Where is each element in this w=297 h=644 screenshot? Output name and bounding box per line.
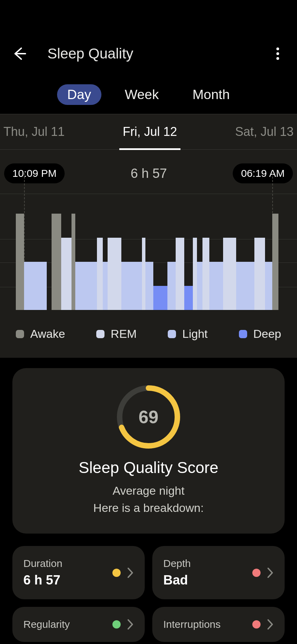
chevron-right-icon <box>127 619 134 630</box>
score-card[interactable]: 69 Sleep Quality Score Average night Her… <box>12 368 285 534</box>
tile-interruptions[interactable]: Interruptions <box>152 607 285 642</box>
status-dot-icon <box>112 620 121 629</box>
tile-regularity-label: Regularity <box>23 619 70 630</box>
tab-month[interactable]: Month <box>182 84 240 105</box>
status-dot-icon <box>252 569 261 577</box>
tile-interruptions-label: Interruptions <box>163 619 221 630</box>
status-dot-icon <box>112 569 121 577</box>
range-tabs: Day Week Month <box>0 81 297 114</box>
tab-day[interactable]: Day <box>57 84 101 105</box>
score-ring: 69 <box>114 383 183 451</box>
tile-duration[interactable]: Duration 6 h 57 <box>12 546 145 599</box>
legend-light-label: Light <box>182 327 208 341</box>
tile-depth-label: Depth <box>163 558 191 569</box>
date-next[interactable]: Sat, Jul 13 <box>232 125 297 139</box>
legend-awake: Awake <box>16 327 65 341</box>
legend-awake-label: Awake <box>30 327 65 341</box>
tile-duration-label: Duration <box>23 558 62 569</box>
tile-depth[interactable]: Depth Bad <box>152 546 285 599</box>
more-icon[interactable] <box>270 46 285 61</box>
date-prev[interactable]: Thu, Jul 11 <box>0 125 68 139</box>
chevron-right-icon <box>267 567 274 579</box>
date-current[interactable]: Fri, Jul 12 <box>119 114 180 149</box>
score-subtitle: Average night Here is a breakdown: <box>23 482 274 516</box>
tile-depth-value: Bad <box>163 573 191 588</box>
chevron-right-icon <box>267 619 274 630</box>
legend-light: Light <box>168 327 208 341</box>
page-title: Sleep Quality <box>47 45 270 62</box>
score-value: 69 <box>139 407 158 427</box>
score-title: Sleep Quality Score <box>23 458 274 477</box>
svg-point-3 <box>276 57 279 60</box>
date-carousel[interactable]: Thu, Jul 11 Fri, Jul 12 Sat, Jul 13 <box>0 114 297 150</box>
tile-duration-value: 6 h 57 <box>23 573 62 588</box>
sleep-duration: 6 h 57 <box>131 166 167 181</box>
sleep-end-time: 06:19 AM <box>233 163 293 183</box>
sleep-start-time: 10:09 PM <box>4 163 65 183</box>
legend-rem-label: REM <box>111 327 137 341</box>
legend-deep: Deep <box>239 327 281 341</box>
svg-point-2 <box>276 52 279 55</box>
app-header: Sleep Quality <box>0 24 297 81</box>
tile-regularity[interactable]: Regularity <box>12 607 145 642</box>
chart-legend: Awake REM Light Deep <box>0 310 297 344</box>
back-icon[interactable] <box>12 46 27 61</box>
status-dot-icon <box>252 620 261 629</box>
chevron-right-icon <box>127 567 134 579</box>
tab-week[interactable]: Week <box>114 84 169 105</box>
sleep-chart-panel: 10:09 PM 6 h 57 06:19 AM Awake REM Light… <box>0 150 297 358</box>
legend-deep-label: Deep <box>253 327 281 341</box>
svg-point-1 <box>276 47 279 50</box>
breakdown-grid: Duration 6 h 57 Depth Bad Regularity <box>0 544 297 644</box>
sleep-stage-chart[interactable] <box>0 194 297 310</box>
legend-rem: REM <box>96 327 137 341</box>
